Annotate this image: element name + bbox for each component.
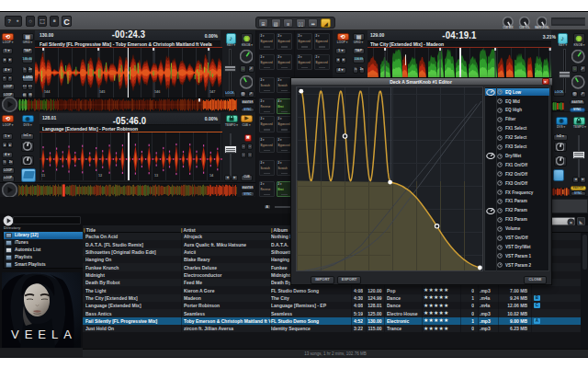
- svg-text:×: ×: [570, 219, 573, 224]
- svg-text:VEELA: VEELA: [11, 328, 77, 341]
